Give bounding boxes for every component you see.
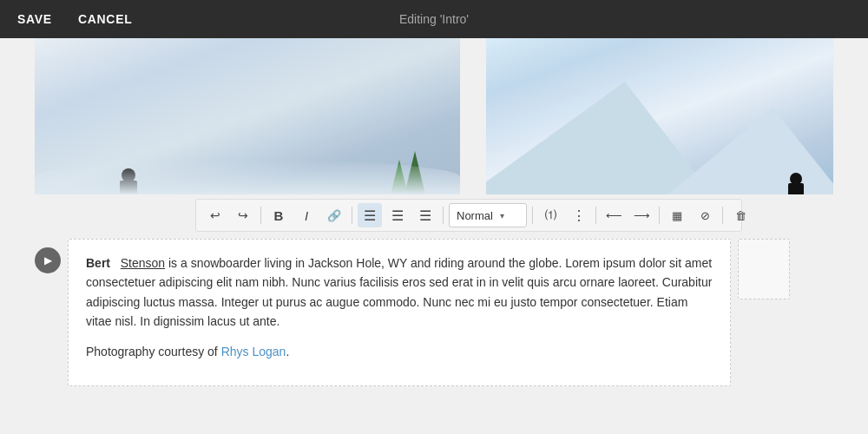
author-last-name: Stenson [121, 256, 165, 270]
toolbar-divider-2 [352, 207, 352, 224]
save-button[interactable]: SAVE [17, 12, 52, 26]
redo-button[interactable]: ↪ [231, 203, 255, 227]
toolbar-divider-3 [443, 207, 444, 224]
image-left [35, 38, 460, 194]
link-button[interactable]: 🔗 [322, 203, 346, 227]
arrow-handle[interactable] [35, 247, 61, 273]
undo-button[interactable]: ↩ [203, 203, 227, 227]
toolbar-divider-5 [595, 207, 596, 224]
style-label: Normal [457, 209, 493, 222]
align-center-button[interactable]: ☰ [385, 203, 410, 227]
italic-button[interactable]: I [294, 203, 319, 227]
delete-button[interactable]: 🗑 [728, 203, 753, 227]
style-dropdown[interactable]: Normal ▾ [449, 203, 527, 227]
images-row [0, 38, 868, 194]
align-left-button[interactable]: ☰ [358, 203, 382, 227]
top-bar: SAVE CANCEL Editing 'Intro' [0, 0, 868, 38]
author-first-name: Bert [86, 256, 110, 270]
toolbar-divider-1 [260, 207, 261, 224]
toolbar: ↩ ↪ B I 🔗 ☰ ☰ ☰ Normal ▾ ⑴ ⋮ ⟵ ⟶ ▦ ⊘ [195, 199, 742, 232]
editor-area: ↩ ↪ B I 🔗 ☰ ☰ ☰ Normal ▾ ⑴ ⋮ ⟵ ⟶ ▦ ⊘ [35, 199, 790, 386]
align-right-button[interactable]: ☰ [413, 203, 437, 227]
photo-credit-prefix: Photography courtesy of [86, 345, 221, 358]
main-text: is a snowboarder living in Jackson Hole,… [86, 256, 712, 328]
cancel-button[interactable]: CANCEL [78, 12, 133, 26]
table-button[interactable]: ▦ [665, 203, 689, 227]
main-paragraph: Bert Stenson is a snowboarder living in … [86, 253, 713, 332]
ordered-list-button[interactable]: ⑴ [538, 203, 562, 227]
outdent-button[interactable]: ⟵ [602, 203, 626, 227]
bold-button[interactable]: B [266, 203, 291, 227]
photo-credit-link[interactable]: Rhys Logan [221, 345, 286, 358]
toolbar-divider-7 [722, 207, 723, 224]
photo-credit-suffix: . [286, 345, 289, 358]
indent-button[interactable]: ⟶ [629, 203, 654, 227]
right-placeholder [738, 239, 790, 299]
more-options-button[interactable]: ⋮ [566, 203, 590, 227]
editing-label: Editing 'Intro' [399, 12, 469, 26]
block-button[interactable]: ⊘ [693, 203, 717, 227]
photo-credit: Photography courtesy of Rhys Logan. [86, 342, 713, 361]
content-wrapper: Bert Stenson is a snowboarder living in … [35, 239, 790, 386]
toolbar-divider-4 [532, 207, 533, 224]
toolbar-divider-6 [659, 207, 660, 224]
text-editor-box[interactable]: Bert Stenson is a snowboarder living in … [68, 239, 731, 386]
image-right [486, 38, 833, 194]
style-arrow-icon: ▾ [500, 211, 504, 220]
main-content: ↩ ↪ B I 🔗 ☰ ☰ ☰ Normal ▾ ⑴ ⋮ ⟵ ⟶ ▦ ⊘ [0, 38, 868, 434]
